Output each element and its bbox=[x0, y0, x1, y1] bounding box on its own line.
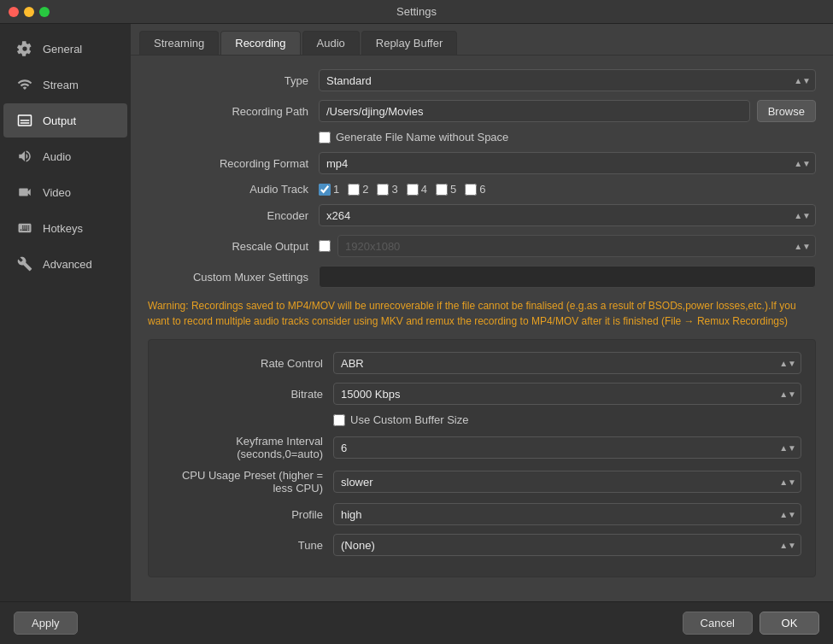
audio-track-2-checkbox[interactable] bbox=[348, 184, 360, 196]
audio-track-row: Audio Track 1 2 3 4 5 bbox=[148, 183, 816, 196]
tab-streaming[interactable]: Streaming bbox=[139, 31, 219, 55]
cpu-preset-label: CPU Usage Preset (higher = less CPU) bbox=[162, 469, 333, 495]
bottom-bar: Apply Cancel OK bbox=[0, 601, 833, 644]
encoder-wrapper: x264 ▲▼ bbox=[319, 204, 816, 226]
bottom-left: Apply bbox=[14, 612, 78, 635]
custom-muxer-control bbox=[319, 266, 816, 288]
profile-wrapper: high ▲▼ bbox=[333, 503, 801, 525]
content-area: Streaming Recording Audio Replay Buffer … bbox=[131, 24, 833, 601]
sidebar-item-output[interactable]: Output bbox=[3, 103, 127, 138]
gear-icon bbox=[15, 39, 34, 58]
type-select-wrapper: Standard ▲▼ bbox=[319, 69, 816, 91]
audio-track-2[interactable]: 2 bbox=[348, 183, 368, 196]
profile-select[interactable]: high bbox=[333, 503, 801, 525]
output-icon bbox=[15, 111, 34, 130]
rate-control-wrapper: ABR ▲▼ bbox=[333, 352, 801, 374]
audio-icon bbox=[15, 147, 34, 166]
rescale-output-control: 1920x1080 ▲▼ bbox=[319, 235, 816, 257]
recording-format-row: Recording Format mp4 ▲▼ bbox=[148, 152, 816, 174]
main-layout: General Stream Output Audio Video bbox=[0, 24, 833, 601]
recording-path-row: Recording Path Browse bbox=[148, 100, 816, 122]
audio-track-6[interactable]: 6 bbox=[465, 183, 485, 196]
rate-control-select[interactable]: ABR bbox=[333, 352, 801, 374]
tab-audio[interactable]: Audio bbox=[302, 31, 360, 55]
close-button[interactable] bbox=[9, 7, 19, 17]
tab-recording[interactable]: Recording bbox=[220, 31, 300, 55]
recording-path-input[interactable] bbox=[319, 100, 750, 122]
apply-button[interactable]: Apply bbox=[14, 612, 78, 635]
sidebar-item-hotkeys[interactable]: Hotkeys bbox=[3, 211, 127, 245]
browse-button[interactable]: Browse bbox=[757, 100, 816, 122]
minimize-button[interactable] bbox=[24, 7, 34, 17]
bitrate-label: Bitrate bbox=[162, 388, 333, 401]
tab-replay-buffer[interactable]: Replay Buffer bbox=[361, 31, 458, 55]
recording-format-wrapper: mp4 ▲▼ bbox=[319, 152, 816, 174]
sidebar-label-video: Video bbox=[43, 186, 71, 199]
bitrate-row: Bitrate 15000 Kbps ▲▼ bbox=[162, 383, 801, 405]
audio-track-label: Audio Track bbox=[148, 183, 319, 196]
sidebar-item-stream[interactable]: Stream bbox=[3, 67, 127, 102]
settings-content: Type Standard ▲▼ Recording Path Browse bbox=[131, 56, 833, 601]
tune-label: Tune bbox=[162, 539, 333, 552]
custom-buffer-label[interactable]: Use Custom Buffer Size bbox=[333, 413, 801, 426]
sidebar-item-video[interactable]: Video bbox=[3, 175, 127, 209]
rescale-resolution-select[interactable]: 1920x1080 bbox=[337, 235, 816, 257]
sidebar-label-general: General bbox=[43, 43, 82, 56]
stream-icon bbox=[15, 75, 34, 94]
bitrate-wrapper: 15000 Kbps ▲▼ bbox=[333, 383, 801, 405]
generate-filename-checkbox[interactable] bbox=[319, 132, 331, 143]
custom-muxer-input[interactable] bbox=[319, 266, 816, 288]
cpu-preset-select[interactable]: slower bbox=[333, 471, 801, 493]
bitrate-select[interactable]: 15000 Kbps bbox=[333, 383, 801, 405]
custom-muxer-label: Custom Muxer Settings bbox=[148, 271, 319, 284]
rescale-resolution-wrapper: 1920x1080 ▲▼ bbox=[337, 235, 816, 257]
rate-control-row: Rate Control ABR ▲▼ bbox=[162, 352, 801, 374]
custom-buffer-checkbox[interactable] bbox=[333, 414, 345, 426]
rescale-output-checkbox[interactable] bbox=[319, 240, 331, 252]
window-title: Settings bbox=[396, 5, 437, 18]
audio-track-3[interactable]: 3 bbox=[377, 183, 397, 196]
audio-track-1-checkbox[interactable] bbox=[319, 184, 331, 196]
audio-track-3-checkbox[interactable] bbox=[377, 184, 389, 196]
keyframe-row: Keyframe Interval (seconds,0=auto) 6 ▲▼ bbox=[162, 435, 801, 460]
titlebar: Settings bbox=[0, 0, 833, 24]
generate-filename-label[interactable]: Generate File Name without Space bbox=[319, 131, 816, 143]
ok-button[interactable]: OK bbox=[760, 612, 819, 635]
generate-filename-control: Generate File Name without Space bbox=[319, 131, 816, 143]
recording-path-label: Recording Path bbox=[148, 105, 319, 118]
audio-track-5[interactable]: 5 bbox=[436, 183, 456, 196]
keyframe-wrapper: 6 ▲▼ bbox=[333, 436, 801, 459]
sidebar-label-stream: Stream bbox=[43, 79, 79, 91]
keyframe-select[interactable]: 6 bbox=[333, 436, 801, 459]
custom-buffer-control: Use Custom Buffer Size bbox=[333, 413, 801, 426]
sidebar-label-advanced: Advanced bbox=[43, 258, 92, 271]
type-row: Type Standard ▲▼ bbox=[148, 69, 816, 91]
type-label: Type bbox=[148, 74, 319, 87]
audio-track-4[interactable]: 4 bbox=[407, 183, 427, 196]
sidebar-label-hotkeys: Hotkeys bbox=[43, 222, 83, 235]
audio-track-4-checkbox[interactable] bbox=[407, 184, 419, 196]
traffic-lights bbox=[9, 7, 50, 17]
hotkeys-icon bbox=[15, 219, 34, 237]
sidebar-item-general[interactable]: General bbox=[3, 32, 127, 66]
rescale-output-label: Rescale Output bbox=[148, 240, 319, 253]
type-select[interactable]: Standard bbox=[319, 69, 816, 91]
audio-tracks-control: 1 2 3 4 5 6 bbox=[319, 183, 816, 196]
cancel-button[interactable]: Cancel bbox=[683, 612, 753, 635]
warning-box: Warning: Recordings saved to MP4/MOV wil… bbox=[148, 298, 816, 329]
audio-track-6-checkbox[interactable] bbox=[465, 184, 477, 196]
tune-select[interactable]: (None) bbox=[333, 534, 801, 556]
recording-path-control: Browse bbox=[319, 100, 816, 122]
audio-track-5-checkbox[interactable] bbox=[436, 184, 448, 196]
recording-format-select[interactable]: mp4 bbox=[319, 152, 816, 174]
warning-text: Warning: Recordings saved to MP4/MOV wil… bbox=[148, 298, 816, 329]
sidebar-item-audio[interactable]: Audio bbox=[3, 139, 127, 173]
rate-control-label: Rate Control bbox=[162, 357, 333, 370]
encoder-select[interactable]: x264 bbox=[319, 204, 816, 226]
encoder-row: Encoder x264 ▲▼ bbox=[148, 204, 816, 226]
maximize-button[interactable] bbox=[39, 7, 50, 17]
custom-muxer-row: Custom Muxer Settings bbox=[148, 266, 816, 288]
profile-label: Profile bbox=[162, 508, 333, 521]
audio-track-1[interactable]: 1 bbox=[319, 183, 339, 196]
sidebar-item-advanced[interactable]: Advanced bbox=[3, 247, 127, 281]
